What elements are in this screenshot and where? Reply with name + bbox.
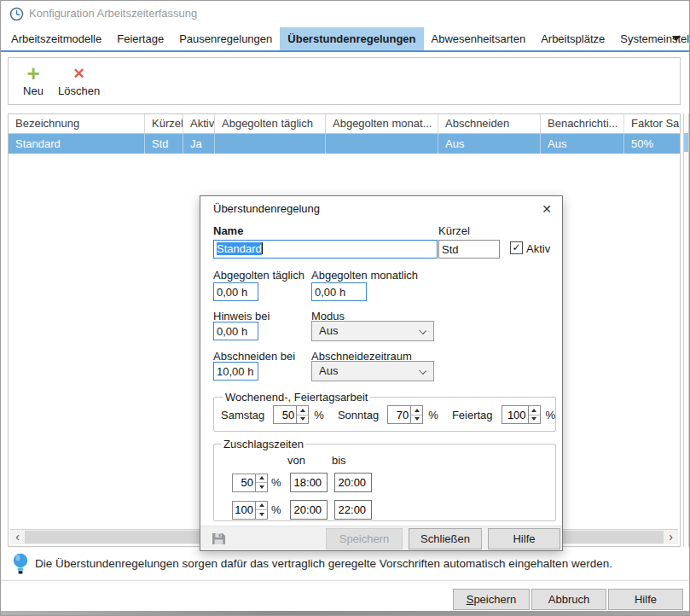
spinner-arrows-icon[interactable]	[255, 502, 267, 519]
column-header-abgegolten-taeglich[interactable]: Abgegolten täglich	[215, 114, 326, 133]
column-header-faktor-samstag[interactable]: Faktor Sa	[624, 114, 680, 133]
abschneiden-label: Abschneiden bei	[213, 350, 295, 363]
cell-faktor-samstag: 50%	[624, 134, 680, 154]
surcharge-row-1: %	[232, 473, 372, 492]
chevron-down-icon	[419, 367, 426, 375]
abschneidezeitraum-select[interactable]: Aus	[311, 361, 434, 381]
abgegolten-taeglich-input[interactable]	[213, 282, 258, 301]
table-row[interactable]: Standard Std Ja Aus Aus 50%	[9, 134, 680, 154]
modus-select[interactable]: Aus	[311, 321, 434, 341]
window-titlebar[interactable]: Konfiguration Arbeitszeiterfassung	[1, 1, 689, 26]
kuerzel-input[interactable]	[438, 240, 500, 259]
sonntag-spinner[interactable]	[387, 405, 423, 424]
clock-app-icon	[9, 7, 24, 21]
aktiv-checkbox[interactable]: ✓	[510, 241, 523, 254]
surcharge1-von-input[interactable]	[290, 473, 328, 492]
tab-feiertage[interactable]: Feiertage	[109, 27, 171, 50]
tab-arbeitsplaetze[interactable]: Arbeitsplätze	[533, 27, 612, 50]
column-header-bezeichnung[interactable]: Bezeichnung	[9, 114, 145, 133]
check-icon: ✓	[512, 241, 520, 253]
sonntag-label: Sonntag	[338, 409, 379, 421]
tab-accent-line	[1, 50, 689, 52]
column-header-benachrichtigung[interactable]: Benachrichti...	[541, 114, 624, 133]
selected-row-sliver	[684, 133, 688, 152]
window-bottom-edge	[1, 611, 689, 615]
samstag-spinner-input[interactable]	[274, 406, 296, 423]
text-caret	[262, 242, 263, 254]
plus-icon: +	[26, 64, 39, 84]
help-button[interactable]: Hilfe	[608, 589, 683, 610]
cell-aktiv: Ja	[183, 134, 215, 154]
zuschlag-group-label: Zuschlagszeiten	[221, 438, 306, 450]
dialog-close-button[interactable]: Schließen	[409, 528, 482, 549]
bis-column-label: bis	[332, 454, 346, 467]
table-header-row: Bezeichnung Kürzel Aktiv Abgegolten tägl…	[9, 114, 680, 134]
delete-button[interactable]: ✕ Löschen	[58, 60, 100, 102]
spinner-arrows-icon[interactable]	[255, 474, 267, 491]
dialog-titlebar[interactable]: Überstundenregelung ✕	[200, 196, 562, 221]
tab-ueberstundenregelungen[interactable]: Überstundenregelungen	[280, 27, 423, 50]
cell-abgegolten-monatlich	[326, 134, 438, 154]
spinner-arrows-icon[interactable]	[296, 406, 308, 423]
spinner-arrows-icon[interactable]	[410, 406, 422, 423]
dialog-footer: Speichern Schließen Hilfe	[200, 526, 562, 550]
new-button[interactable]: + Neu	[15, 60, 51, 102]
cell-benachrichtigung: Aus	[541, 134, 624, 154]
save-disk-icon	[208, 530, 229, 548]
new-button-label: Neu	[23, 84, 43, 98]
weekend-group-label: Wochenend-, Feiertagsarbeit	[223, 391, 370, 404]
dialog-help-button[interactable]: Hilfe	[488, 528, 560, 549]
abschneiden-input[interactable]	[213, 362, 258, 381]
surcharge2-bis-input[interactable]	[334, 500, 372, 520]
surcharge2-percent-spinner[interactable]	[232, 501, 268, 520]
delete-x-icon: ✕	[72, 64, 84, 84]
toolbar: + Neu ✕ Löschen	[8, 57, 681, 105]
samstag-label: Samstag	[221, 409, 264, 421]
hinweis-input[interactable]	[213, 322, 258, 340]
info-text: Die Überstundenregelungen sorgen dafür d…	[35, 557, 612, 570]
delete-button-label: Löschen	[58, 84, 100, 98]
feiertag-spinner-input[interactable]	[502, 406, 528, 423]
abschneidezeitraum-selected-value: Aus	[319, 364, 338, 377]
app-window: Konfiguration Arbeitszeiterfassung Arbei…	[0, 0, 690, 616]
tab-pausenregelungen[interactable]: Pausenregelungen	[171, 27, 280, 50]
tab-strip: Arbeitszeitmodelle Feiertage Pausenregel…	[1, 27, 689, 50]
abgegolten-monatlich-input[interactable]	[311, 282, 367, 301]
column-header-abgegolten-monatlich[interactable]: Abgegolten monat...	[326, 114, 438, 133]
cell-abschneiden: Aus	[438, 134, 541, 154]
cell-kuerzel: Std	[145, 134, 183, 154]
tab-abwesenheitsarten[interactable]: Abwesenheitsarten	[424, 27, 534, 50]
dialog-title: Überstundenregelung	[213, 196, 320, 221]
column-header-abschneiden[interactable]: Abschneiden	[438, 114, 541, 133]
save-button[interactable]: Speichern	[453, 589, 530, 610]
surcharge1-percent-input[interactable]	[233, 474, 255, 491]
lightbulb-icon	[12, 552, 29, 576]
sonntag-spinner-input[interactable]	[388, 406, 410, 423]
percent-sign: %	[546, 409, 556, 421]
dialog-save-button: Speichern	[326, 528, 403, 549]
abgegolten-taeglich-label: Abgegolten täglich	[213, 269, 304, 282]
save-button-label: peichern	[473, 593, 516, 606]
surcharge-row-2: %	[232, 500, 372, 520]
spinner-arrows-icon[interactable]	[528, 406, 540, 423]
close-icon[interactable]: ✕	[536, 199, 558, 219]
samstag-spinner[interactable]	[273, 405, 309, 424]
column-header-kuerzel[interactable]: Kürzel	[145, 114, 183, 133]
tab-overflow-icon[interactable]	[672, 36, 681, 41]
modus-selected-value: Aus	[319, 324, 338, 337]
name-input[interactable]: Standard	[213, 240, 438, 259]
surcharge2-von-input[interactable]	[290, 500, 328, 520]
surcharge-times-group: Zuschlagszeiten von bis % %	[213, 438, 556, 521]
column-header-aktiv[interactable]: Aktiv	[183, 114, 215, 133]
footer-separator	[1, 580, 689, 581]
weekend-holiday-group: Wochenend-, Feiertagsarbeit Samstag % So…	[213, 391, 556, 432]
surcharge1-bis-input[interactable]	[334, 473, 372, 492]
cancel-button[interactable]: Abbruch	[531, 589, 606, 610]
surcharge2-percent-input[interactable]	[233, 502, 255, 519]
scroll-left-icon[interactable]: ‹	[10, 530, 25, 544]
feiertag-spinner[interactable]	[502, 405, 541, 424]
overtime-rule-dialog: Überstundenregelung ✕ Name Standard Kürz…	[200, 195, 563, 551]
surcharge1-percent-spinner[interactable]	[232, 474, 268, 492]
scroll-right-icon[interactable]: ›	[664, 530, 678, 544]
tab-arbeitszeitmodelle[interactable]: Arbeitszeitmodelle	[3, 27, 109, 50]
